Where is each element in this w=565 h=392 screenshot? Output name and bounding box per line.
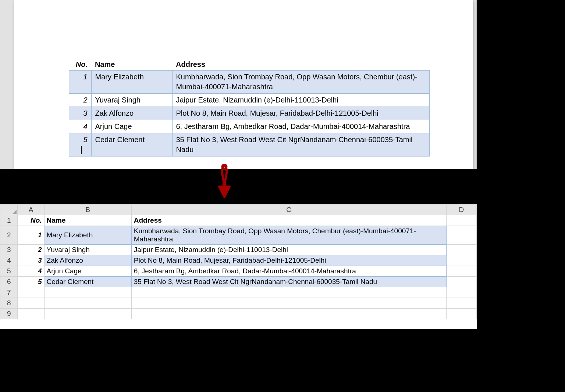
table-row: 5 Cedar Clement 35 Flat No 3, West Road …	[69, 133, 430, 157]
cell[interactable]: Kumbharwada, Sion Trombay Road, Opp Wasa…	[131, 226, 446, 245]
doc-header-address: Address	[172, 59, 430, 71]
doc-header-no: No.	[69, 59, 91, 71]
cell[interactable]: Mary Elizabeth	[44, 226, 131, 245]
text-cursor	[81, 146, 82, 154]
table-row[interactable]: 7	[0, 287, 477, 298]
cell[interactable]	[131, 309, 446, 319]
cell[interactable]	[18, 287, 44, 298]
cell[interactable]	[446, 226, 477, 245]
cell[interactable]	[446, 277, 477, 287]
cell[interactable]: 35 Flat No 3, West Road West Cit NgrNand…	[131, 277, 446, 287]
row-header[interactable]: 6	[0, 277, 18, 287]
doc-cell-address: Plot No 8, Main Road, Mujesar, Faridabad…	[172, 107, 430, 120]
row-header[interactable]: 9	[0, 309, 18, 319]
row-header[interactable]: 7	[0, 287, 18, 298]
doc-cell-no: 3	[69, 107, 91, 120]
cell[interactable]: Arjun Cage	[44, 266, 131, 277]
cell[interactable]	[446, 266, 477, 277]
table-row: 2 Yuvaraj Singh Jaipur Estate, Nizamuddi…	[69, 94, 430, 107]
cell[interactable]	[446, 245, 477, 255]
cell[interactable]	[18, 298, 44, 309]
cell[interactable]: 2	[18, 245, 44, 255]
cell[interactable]	[18, 309, 44, 319]
cell[interactable]	[446, 309, 477, 319]
cell[interactable]	[131, 298, 446, 309]
document-table: No. Name Address 1 Mary Elizabeth Kumbha…	[69, 59, 430, 157]
row-header[interactable]: 3	[0, 245, 18, 255]
table-row: 3 Zak Alfonzo Plot No 8, Main Road, Muje…	[69, 107, 430, 120]
table-row[interactable]: 8	[0, 298, 477, 309]
doc-cell-name: Cedar Clement	[91, 133, 172, 157]
cell[interactable]	[446, 298, 477, 309]
table-row[interactable]: 2 1 Mary Elizabeth Kumbharwada, Sion Tro…	[0, 226, 477, 245]
column-header-c[interactable]: C	[131, 205, 446, 215]
document-page: No. Name Address 1 Mary Elizabeth Kumbha…	[14, 0, 473, 169]
cell[interactable]: Yuvaraj Singh	[44, 245, 131, 255]
table-row[interactable]: 5 4 Arjun Cage 6, Jestharam Bg, Ambedkar…	[0, 266, 477, 277]
doc-cell-address: Jaipur Estate, Nizamuddin (e)-Delhi-1100…	[172, 94, 430, 107]
doc-cell-name: Arjun Cage	[91, 120, 172, 133]
cell[interactable]	[44, 287, 131, 298]
doc-cell-name: Mary Elizabeth	[91, 71, 172, 94]
table-row: 1 Mary Elizabeth Kumbharwada, Sion Tromb…	[69, 71, 430, 94]
spreadsheet-grid[interactable]: A B C D 1 No. Name Address 2 1 Mary Eliz…	[0, 204, 477, 319]
document-panel: No. Name Address 1 Mary Elizabeth Kumbha…	[0, 0, 477, 169]
doc-cell-no: 1	[69, 71, 91, 94]
column-header-a[interactable]: A	[18, 205, 44, 215]
doc-cell-address: 6, Jestharam Bg, Ambedkar Road, Dadar-Mu…	[172, 120, 430, 133]
row-header[interactable]: 4	[0, 255, 18, 266]
table-row[interactable]: 4 3 Zak Alfonzo Plot No 8, Main Road, Mu…	[0, 255, 477, 266]
cell[interactable]	[44, 298, 131, 309]
down-arrow-icon	[217, 164, 232, 199]
cell[interactable]	[131, 287, 446, 298]
doc-cell-address: 35 Flat No 3, West Road West Cit NgrNand…	[172, 133, 430, 157]
cell[interactable]: 3	[18, 255, 44, 266]
table-row: 4 Arjun Cage 6, Jestharam Bg, Ambedkar R…	[69, 120, 430, 133]
table-row[interactable]: 3 2 Yuvaraj Singh Jaipur Estate, Nizamud…	[0, 245, 477, 255]
row-header[interactable]: 2	[0, 226, 18, 245]
doc-cell-name: Yuvaraj Singh	[91, 94, 172, 107]
doc-cell-name: Zak Alfonzo	[91, 107, 172, 120]
cell[interactable]: 1	[18, 226, 44, 245]
table-row[interactable]: 9	[0, 309, 477, 319]
doc-cell-address: Kumbharwada, Sion Trombay Road, Opp Wasa…	[172, 71, 430, 94]
cell[interactable]	[446, 287, 477, 298]
cell[interactable]: 4	[18, 266, 44, 277]
cell[interactable]	[446, 255, 477, 266]
cell[interactable]: Address	[131, 215, 446, 226]
column-header-d[interactable]: D	[446, 205, 477, 215]
row-header[interactable]: 8	[0, 298, 18, 309]
row-header[interactable]: 5	[0, 266, 18, 277]
cell[interactable]	[44, 309, 131, 319]
spreadsheet-panel: A B C D 1 No. Name Address 2 1 Mary Eliz…	[0, 204, 477, 329]
doc-cell-no: 2	[69, 94, 91, 107]
cell[interactable]: Jaipur Estate, Nizamuddin (e)-Delhi-1100…	[131, 245, 446, 255]
cell[interactable]: 5	[18, 277, 44, 287]
cell[interactable]: Zak Alfonzo	[44, 255, 131, 266]
doc-cell-no: 5	[69, 133, 91, 157]
doc-cell-no: 4	[69, 120, 91, 133]
select-all-corner[interactable]	[0, 205, 18, 215]
cell[interactable]: 6, Jestharam Bg, Ambedkar Road, Dadar-Mu…	[131, 266, 446, 277]
table-row[interactable]: 6 5 Cedar Clement 35 Flat No 3, West Roa…	[0, 277, 477, 287]
column-header-row[interactable]: A B C D	[0, 205, 477, 215]
cell[interactable]: Plot No 8, Main Road, Mujesar, Faridabad…	[131, 255, 446, 266]
cell[interactable]	[446, 215, 477, 226]
column-header-b[interactable]: B	[44, 205, 131, 215]
cell[interactable]: Name	[44, 215, 131, 226]
table-row[interactable]: 1 No. Name Address	[0, 215, 477, 226]
doc-header-name: Name	[91, 59, 172, 71]
row-header[interactable]: 1	[0, 215, 18, 226]
cell[interactable]: Cedar Clement	[44, 277, 131, 287]
cell[interactable]: No.	[18, 215, 44, 226]
